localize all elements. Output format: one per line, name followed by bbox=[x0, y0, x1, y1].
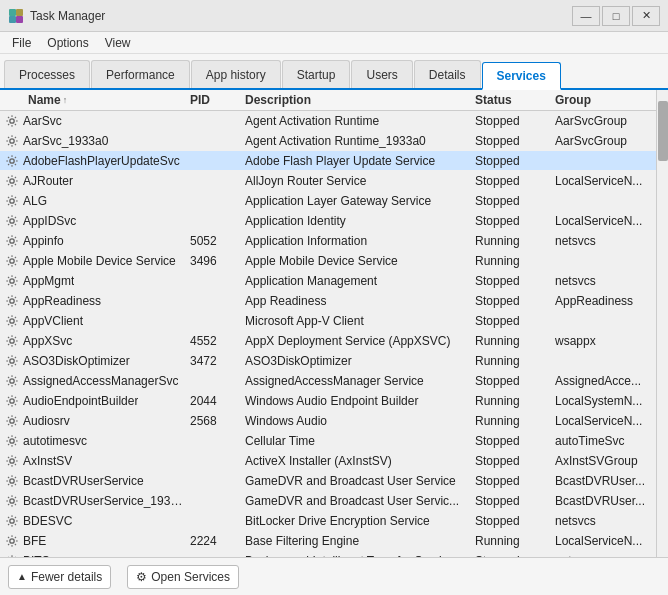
service-status: Stopped bbox=[475, 454, 555, 468]
service-pid: 2044 bbox=[190, 394, 245, 408]
table-row[interactable]: ASO3DiskOptimizer 3472 ASO3DiskOptimizer… bbox=[0, 351, 668, 371]
table-row[interactable]: Apple Mobile Device Service 3496 Apple M… bbox=[0, 251, 668, 271]
menu-file[interactable]: File bbox=[4, 34, 39, 52]
service-name: AppIDSvc bbox=[23, 214, 76, 228]
table-row[interactable]: AppVClient Microsoft App-V Client Stoppe… bbox=[0, 311, 668, 331]
gear-icon: ⚙ bbox=[136, 570, 147, 584]
service-group: netsvcs bbox=[555, 274, 655, 288]
service-icon bbox=[4, 293, 20, 309]
service-status: Stopped bbox=[475, 514, 555, 528]
service-icon bbox=[4, 273, 20, 289]
table-row[interactable]: BFE 2224 Base Filtering Engine Running L… bbox=[0, 531, 668, 551]
service-pid: 3472 bbox=[190, 354, 245, 368]
table-row[interactable]: BDESVC BitLocker Drive Encryption Servic… bbox=[0, 511, 668, 531]
header-name[interactable]: Name ↑ bbox=[0, 93, 190, 107]
service-icon bbox=[4, 533, 20, 549]
service-description: Microsoft App-V Client bbox=[245, 314, 475, 328]
service-status: Running bbox=[475, 234, 555, 248]
scrollbar-thumb[interactable] bbox=[658, 101, 668, 161]
table-header: Name ↑ PID Description Status Group bbox=[0, 90, 668, 111]
table-row[interactable]: BcastDVRUserService_1933a0 GameDVR and B… bbox=[0, 491, 668, 511]
menu-options[interactable]: Options bbox=[39, 34, 96, 52]
open-services-label: Open Services bbox=[151, 570, 230, 584]
table-row[interactable]: AppReadiness App Readiness Stopped AppRe… bbox=[0, 291, 668, 311]
table-row[interactable]: AssignedAccessManagerSvc AssignedAccessM… bbox=[0, 371, 668, 391]
service-description: Windows Audio bbox=[245, 414, 475, 428]
service-status: Stopped bbox=[475, 214, 555, 228]
service-name: BcastDVRUserService bbox=[23, 474, 144, 488]
table-row[interactable]: ALG Application Layer Gateway Service St… bbox=[0, 191, 668, 211]
service-description: Background Intelligent Transfer Servi... bbox=[245, 554, 475, 558]
service-name: BDESVC bbox=[23, 514, 72, 528]
service-group: AssignedAcce... bbox=[555, 374, 655, 388]
service-icon bbox=[4, 493, 20, 509]
table-row[interactable]: AxInstSV ActiveX Installer (AxInstSV) St… bbox=[0, 451, 668, 471]
service-status: Stopped bbox=[475, 274, 555, 288]
service-icon bbox=[4, 173, 20, 189]
service-description: Adobe Flash Player Update Service bbox=[245, 154, 475, 168]
service-icon bbox=[4, 453, 20, 469]
table-row[interactable]: BcastDVRUserService GameDVR and Broadcas… bbox=[0, 471, 668, 491]
menu-view[interactable]: View bbox=[97, 34, 139, 52]
table-body[interactable]: AarSvc Agent Activation Runtime Stopped … bbox=[0, 111, 668, 557]
table-row[interactable]: Appinfo 5052 Application Information Run… bbox=[0, 231, 668, 251]
service-name: ALG bbox=[23, 194, 47, 208]
service-status: Stopped bbox=[475, 374, 555, 388]
service-group: wsappx bbox=[555, 334, 655, 348]
svg-point-11 bbox=[10, 258, 14, 262]
header-description[interactable]: Description bbox=[245, 93, 475, 107]
service-name: AarSvc bbox=[23, 114, 62, 128]
maximize-button[interactable]: □ bbox=[602, 6, 630, 26]
table-row[interactable]: AppIDSvc Application Identity Stopped Lo… bbox=[0, 211, 668, 231]
table-row[interactable]: AppXSvc 4552 AppX Deployment Service (Ap… bbox=[0, 331, 668, 351]
tab-details[interactable]: Details bbox=[414, 60, 481, 88]
svg-point-21 bbox=[10, 458, 14, 462]
service-group: AppReadiness bbox=[555, 294, 655, 308]
service-description: Windows Audio Endpoint Builder bbox=[245, 394, 475, 408]
service-name: AssignedAccessManagerSvc bbox=[23, 374, 178, 388]
tab-performance[interactable]: Performance bbox=[91, 60, 190, 88]
header-group[interactable]: Group bbox=[555, 93, 655, 107]
header-status[interactable]: Status bbox=[475, 93, 555, 107]
table-row[interactable]: AarSvc Agent Activation Runtime Stopped … bbox=[0, 111, 668, 131]
tab-services[interactable]: Services bbox=[482, 62, 561, 90]
service-name: AudioEndpointBuilder bbox=[23, 394, 138, 408]
table-row[interactable]: AJRouter AllJoyn Router Service Stopped … bbox=[0, 171, 668, 191]
table-row[interactable]: AdobeFlashPlayerUpdateSvc Adobe Flash Pl… bbox=[0, 151, 668, 171]
tab-users[interactable]: Users bbox=[351, 60, 412, 88]
table-row[interactable]: autotimesvc Cellular Time Stopped autoTi… bbox=[0, 431, 668, 451]
service-description: App Readiness bbox=[245, 294, 475, 308]
service-description: Cellular Time bbox=[245, 434, 475, 448]
tab-app-history[interactable]: App history bbox=[191, 60, 281, 88]
open-services-button[interactable]: ⚙ Open Services bbox=[127, 565, 239, 589]
svg-point-9 bbox=[10, 218, 14, 222]
service-icon bbox=[4, 153, 20, 169]
vertical-scrollbar[interactable] bbox=[656, 90, 668, 557]
window-title: Task Manager bbox=[30, 9, 105, 23]
service-description: Apple Mobile Device Service bbox=[245, 254, 475, 268]
service-name: AxInstSV bbox=[23, 454, 72, 468]
tab-processes[interactable]: Processes bbox=[4, 60, 90, 88]
service-description: AllJoyn Router Service bbox=[245, 174, 475, 188]
service-description: GameDVR and Broadcast User Servic... bbox=[245, 494, 475, 508]
service-name: AppVClient bbox=[23, 314, 83, 328]
table-row[interactable]: AppMgmt Application Management Stopped n… bbox=[0, 271, 668, 291]
services-table-container: Name ↑ PID Description Status Group AarS… bbox=[0, 90, 668, 557]
header-pid[interactable]: PID bbox=[190, 93, 245, 107]
svg-point-23 bbox=[10, 498, 14, 502]
menu-bar: File Options View bbox=[0, 32, 668, 54]
service-status: Stopped bbox=[475, 314, 555, 328]
table-row[interactable]: AudioEndpointBuilder 2044 Windows Audio … bbox=[0, 391, 668, 411]
service-description: BitLocker Drive Encryption Service bbox=[245, 514, 475, 528]
close-button[interactable]: ✕ bbox=[632, 6, 660, 26]
table-row[interactable]: Audiosrv 2568 Windows Audio Running Loca… bbox=[0, 411, 668, 431]
svg-point-8 bbox=[10, 198, 14, 202]
service-name: AppXSvc bbox=[23, 334, 72, 348]
table-row[interactable]: BITS Background Intelligent Transfer Ser… bbox=[0, 551, 668, 557]
svg-rect-3 bbox=[16, 16, 23, 23]
table-row[interactable]: AarSvc_1933a0 Agent Activation Runtime_1… bbox=[0, 131, 668, 151]
service-status: Stopped bbox=[475, 174, 555, 188]
tab-startup[interactable]: Startup bbox=[282, 60, 351, 88]
minimize-button[interactable]: — bbox=[572, 6, 600, 26]
fewer-details-button[interactable]: ▲ Fewer details bbox=[8, 565, 111, 589]
